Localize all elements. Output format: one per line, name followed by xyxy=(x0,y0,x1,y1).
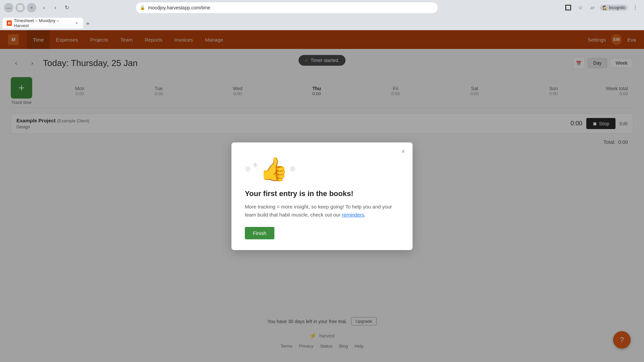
modal: × ❊ ✳ 👍 ❊ Your first entry is in the boo… xyxy=(231,142,413,250)
forward-btn[interactable]: › xyxy=(50,3,60,13)
address-bar[interactable]: 🔒 moodjoy.harvestapp.com/time xyxy=(136,2,438,13)
modal-close-btn[interactable]: × xyxy=(398,147,408,157)
tabs-bar: M Timesheet – Moodjoy – Harvest × + xyxy=(0,15,644,28)
tab-title: Timesheet – Moodjoy – Harvest xyxy=(14,18,72,28)
browser-tab[interactable]: M Timesheet – Moodjoy – Harvest × xyxy=(3,18,83,28)
lock-icon: 🔒 xyxy=(140,5,145,10)
browser-chrome: — ⬜ × ‹ › ↻ 🔒 moodjoy.harvestapp.com/tim… xyxy=(0,0,644,30)
thumbs-up-icon: 👍 xyxy=(260,156,288,183)
window-maximize-btn[interactable]: ⬜ xyxy=(15,3,25,12)
tab-favicon: M xyxy=(7,20,12,26)
modal-finish-btn[interactable]: Finish xyxy=(245,227,274,239)
browser-nav: ‹ › ↻ xyxy=(39,3,72,13)
app: M Time Expenses Projects Team Reports In… xyxy=(0,30,644,362)
cast-icon-btn[interactable]: 🔲 xyxy=(564,3,573,12)
modal-overlay[interactable]: × ❊ ✳ 👍 ❊ Your first entry is in the boo… xyxy=(0,30,644,362)
reload-btn[interactable]: ↻ xyxy=(62,3,72,13)
new-tab-btn[interactable]: + xyxy=(83,19,93,28)
window-close-btn[interactable]: × xyxy=(27,3,36,12)
menu-btn[interactable]: ⋮ xyxy=(631,3,640,12)
back-btn[interactable]: ‹ xyxy=(39,3,49,13)
modal-title: Your first entry is in the books! xyxy=(245,189,399,198)
incognito-badge: 🕵 Incognito xyxy=(600,5,628,11)
browser-controls: — ⬜ × xyxy=(4,3,36,12)
incognito-icon: 🕵 xyxy=(602,5,607,10)
sparkle-icon-top: ✳ xyxy=(252,161,258,170)
sparkle-icon-right: ❊ xyxy=(289,165,296,174)
modal-body-end: . xyxy=(364,212,366,218)
sidebar-btn[interactable]: ▱ xyxy=(588,3,597,12)
incognito-label: Incognito xyxy=(609,5,625,10)
modal-body: More tracking = more insight, so keep go… xyxy=(245,203,399,219)
modal-reminders-link[interactable]: reminders xyxy=(342,212,364,218)
sparkle-icon-left: ❊ xyxy=(245,165,251,174)
bookmark-star-btn[interactable]: ☆ xyxy=(576,3,585,12)
window-minimize-btn[interactable]: — xyxy=(4,3,13,12)
browser-top: — ⬜ × ‹ › ↻ 🔒 moodjoy.harvestapp.com/tim… xyxy=(0,0,644,15)
modal-body-text: More tracking = more insight, so keep go… xyxy=(245,204,392,218)
browser-right-icons: 🔲 ☆ ▱ 🕵 Incognito ⋮ xyxy=(564,3,640,12)
tab-close-btn[interactable]: × xyxy=(74,20,79,26)
modal-icon: ❊ ✳ 👍 ❊ xyxy=(245,156,399,183)
url-text: moodjoy.harvestapp.com/time xyxy=(148,5,434,10)
